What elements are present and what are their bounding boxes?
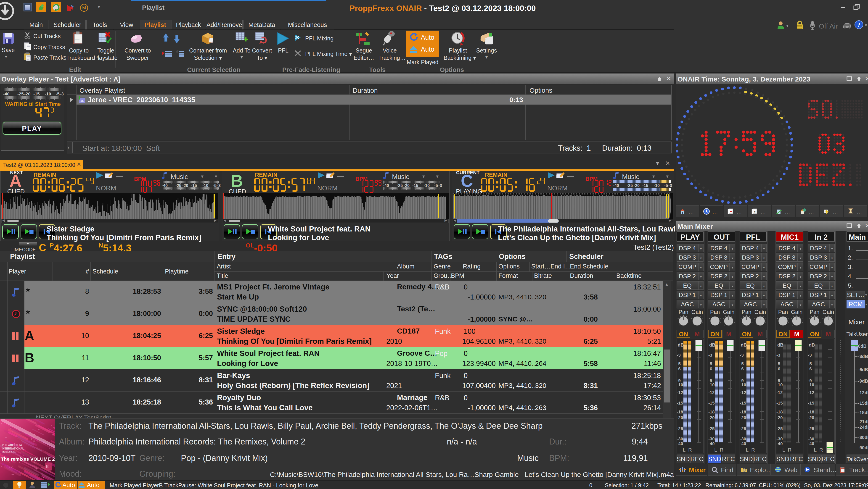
svg-text:?: ?	[858, 22, 861, 28]
svg-text:PHILADELPHIA: PHILADELPHIA	[2, 444, 22, 447]
svg-text:M: M	[82, 5, 86, 10]
svg-text:INTERNATIONAL: INTERNATIONAL	[2, 447, 24, 450]
svg-text:♥: ♥	[730, 210, 732, 214]
svg-text:The remixes VOLUME 2: The remixes VOLUME 2	[1, 456, 55, 462]
svg-text:RECORDS: RECORDS	[2, 450, 16, 454]
svg-text:♠: ♠	[754, 210, 756, 214]
svg-text:R: R	[46, 464, 49, 469]
